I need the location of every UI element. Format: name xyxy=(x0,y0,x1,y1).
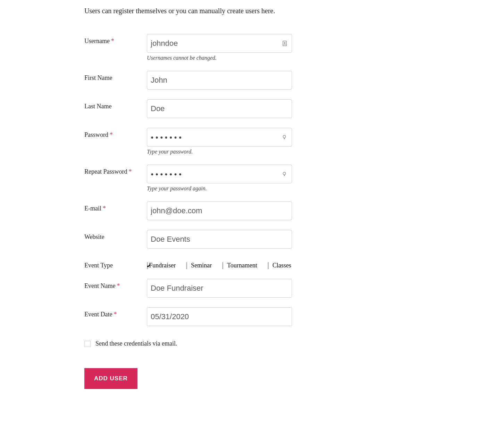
repeat-password-input[interactable]: ●●●●●●● xyxy=(147,165,292,183)
event-name-row: Event Name* xyxy=(84,279,376,298)
password-dots: ●●●●●●● xyxy=(147,165,183,183)
key-icon xyxy=(281,171,287,177)
email-row: E-mail* xyxy=(84,201,376,220)
website-input[interactable] xyxy=(147,230,292,249)
required-mark: * xyxy=(114,311,117,318)
username-row: Username* Usernames cannot be changed. xyxy=(84,34,376,61)
password-input[interactable]: ●●●●●●● xyxy=(147,128,292,147)
event-name-label: Event Name* xyxy=(84,279,147,290)
event-name-input[interactable] xyxy=(147,279,292,298)
required-mark: * xyxy=(103,205,106,212)
key-icon xyxy=(281,134,287,140)
send-credentials-label: Send these credentials via email. xyxy=(95,340,177,347)
event-date-label: Event Date* xyxy=(84,307,147,318)
password-label: Password* xyxy=(84,128,147,139)
email-label: E-mail* xyxy=(84,201,147,212)
repeat-password-row: Repeat Password* ●●●●●●● Type your passw… xyxy=(84,165,376,192)
lastname-row: Last Name xyxy=(84,99,376,118)
event-type-seminar[interactable]: Seminar xyxy=(186,262,212,269)
svg-point-3 xyxy=(283,172,286,175)
username-help: Usernames cannot be changed. xyxy=(147,55,292,61)
required-mark: * xyxy=(111,38,114,44)
lastname-label: Last Name xyxy=(84,99,147,110)
username-input[interactable] xyxy=(147,34,292,53)
event-type-tournament[interactable]: Tournament xyxy=(222,262,257,269)
add-user-button[interactable]: ADD USER xyxy=(84,368,137,389)
password-row: Password* ●●●●●●● Type your password. xyxy=(84,128,376,155)
event-type-row: Event Type ✔ Fundraiser Seminar Tourname… xyxy=(84,258,376,269)
website-row: Website xyxy=(84,230,376,249)
event-type-classes[interactable]: Classes xyxy=(268,262,291,269)
website-label: Website xyxy=(84,230,147,241)
event-type-fundraiser[interactable]: ✔ Fundraiser xyxy=(147,262,176,269)
email-input[interactable] xyxy=(147,201,292,220)
event-date-row: Event Date* xyxy=(84,307,376,326)
lastname-input[interactable] xyxy=(147,99,292,118)
firstname-input[interactable] xyxy=(147,71,292,90)
intro-text: Users can register themselves or you can… xyxy=(84,7,376,15)
firstname-row: First Name xyxy=(84,71,376,90)
svg-point-2 xyxy=(283,135,286,138)
event-date-input[interactable] xyxy=(147,307,292,326)
event-type-group: ✔ Fundraiser Seminar Tournament Classes xyxy=(147,258,292,269)
required-mark: * xyxy=(117,282,120,289)
contact-card-icon xyxy=(282,40,288,47)
required-mark: * xyxy=(128,168,132,175)
repeat-password-label: Repeat Password* xyxy=(84,165,147,175)
send-credentials-checkbox[interactable] xyxy=(84,341,91,347)
check-icon: ✔ xyxy=(147,263,151,269)
password-help: Type your password. xyxy=(147,149,292,155)
event-type-label: Event Type xyxy=(84,258,147,269)
firstname-label: First Name xyxy=(84,71,147,82)
username-label: Username* xyxy=(84,34,147,45)
send-credentials-row: Send these credentials via email. xyxy=(84,340,376,347)
required-mark: * xyxy=(110,131,113,138)
password-dots: ●●●●●●● xyxy=(147,128,183,146)
repeat-password-help: Type your password again. xyxy=(147,185,292,192)
svg-point-1 xyxy=(284,42,285,43)
